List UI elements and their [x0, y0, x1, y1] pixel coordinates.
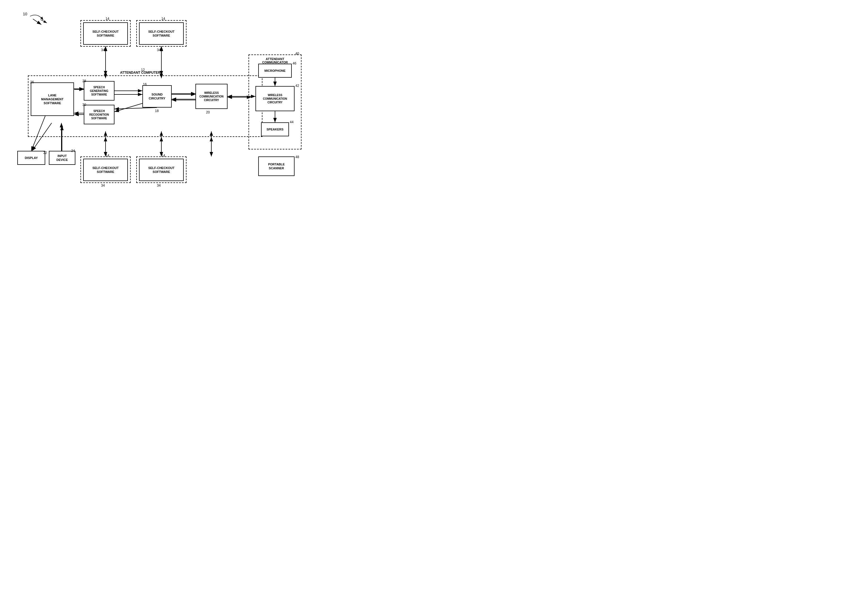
ref-34-tl: 34	[101, 48, 105, 52]
ref-34-br: 34	[157, 184, 160, 187]
self-checkout-tl: SELF-CHECKOUT SOFTWARE	[83, 22, 128, 45]
ref-30: 30	[82, 103, 86, 107]
ref-22: 22	[43, 151, 47, 155]
speech-recognition-box: SPEECH RECOGNITION SOFTWARE	[84, 105, 114, 124]
ref-48: 48	[295, 155, 299, 159]
svg-line-39	[40, 19, 47, 23]
ref-34-tr: 34	[157, 48, 160, 52]
self-checkout-bl: SELF-CHECKOUT SOFTWARE	[83, 159, 128, 181]
input-device-box: INPUT DEVICE	[49, 151, 76, 165]
ref-44: 44	[290, 120, 293, 124]
ref-16: 16	[143, 82, 147, 86]
self-checkout-br: SELF-CHECKOUT SOFTWARE	[139, 159, 184, 181]
diagram: 10 ATTENDANT COMPUTER 12 SELF-CHECKOUT S…	[0, 0, 335, 230]
ref-14-tr: 14	[161, 17, 165, 21]
ref-14-br: 14	[161, 154, 165, 157]
self-checkout-tr: SELF-CHECKOUT SOFTWARE	[139, 22, 184, 45]
portable-scanner-box: PORTABLE SCANNER	[258, 156, 295, 176]
svg-line-4	[33, 19, 41, 25]
ref-14-tl: 14	[105, 17, 109, 21]
attendant-computer-label: ATTENDANT COMPUTER	[120, 71, 160, 74]
speakers-box: SPEAKERS	[261, 122, 289, 136]
ref-28: 28	[82, 79, 86, 83]
ref-14-bl: 14	[105, 154, 109, 157]
attendant-communicator-label: ATTENDANT COMMUNICATOR	[254, 57, 296, 64]
ref-42: 42	[295, 84, 299, 88]
display-box: DISPLAY	[17, 151, 45, 165]
lane-management-box: LANE MANAGEMENT SOFTWARE	[31, 82, 74, 116]
ref-10: 10	[23, 12, 27, 16]
ref-40: 40	[295, 52, 299, 56]
ref-20: 20	[206, 110, 210, 114]
sound-circuitry-box: SOUND CIRCUITRY	[142, 85, 172, 108]
wireless-comm-attendant-box: WIRELESS COMMUNICATION CIRCUITRY	[196, 84, 228, 109]
microphone-box: MICROPHONE	[258, 64, 292, 78]
ref-26: 26	[30, 80, 34, 84]
speech-generating-box: SPEECH GENERATING SOFTWARE	[84, 81, 114, 101]
ref-46: 46	[293, 61, 296, 65]
ref-24: 24	[71, 149, 75, 153]
ref-34-bl: 34	[101, 184, 105, 187]
ref-18: 18	[155, 109, 158, 113]
wireless-comm-communicator-box: WIRELESS COMMUNICATION CIRCUITRY	[255, 86, 295, 111]
ref-12: 12	[141, 68, 145, 72]
